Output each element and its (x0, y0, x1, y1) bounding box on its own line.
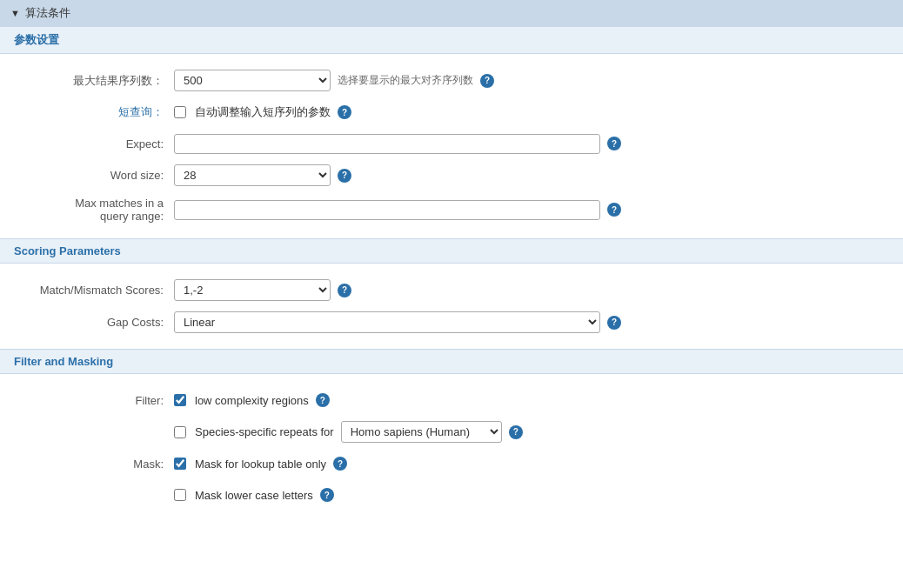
mask-lowercase-control: Mask lower case letters ? (174, 488, 334, 502)
mask-lookup-control: Mask for lookup table only ? (174, 457, 347, 471)
mask-lowercase-checkbox[interactable] (174, 489, 186, 501)
expect-row: Expect: 0.05 ? (0, 128, 903, 159)
max-matches-label: Max matches in a query range: (0, 197, 174, 223)
word-size-select[interactable]: 11 16 20 24 28 32 48 64 128 256 (174, 164, 331, 186)
expect-input[interactable]: 0.05 (174, 134, 600, 154)
params-section-header: 参数设置 (0, 26, 903, 54)
match-mismatch-select[interactable]: 1,-2 1,-3 1,-4 2,-3 4,-5 1,-1 (174, 279, 331, 301)
match-mismatch-label: Match/Mismatch Scores: (0, 284, 174, 297)
max-results-row: 最大结果序列数： 100 250 500 1000 5000 选择要显示的最大对… (0, 64, 903, 97)
expect-control: 0.05 ? (174, 134, 621, 154)
algorithm-bar-title: 算法条件 (25, 5, 70, 21)
expect-label: Expect: (0, 137, 174, 150)
low-complexity-checkbox-label[interactable]: low complexity regions (174, 394, 309, 407)
mask-lookup-row: Mask: Mask for lookup table only ? (0, 448, 903, 479)
scoring-section-content: Match/Mismatch Scores: 1,-2 1,-3 1,-4 2,… (0, 264, 903, 349)
word-size-help-icon[interactable]: ? (338, 169, 351, 183)
mask-lowercase-text: Mask lower case letters (195, 489, 313, 502)
match-mismatch-help-icon[interactable]: ? (338, 284, 351, 297)
short-query-checkbox[interactable] (174, 106, 186, 118)
max-results-help-icon[interactable]: ? (480, 74, 494, 88)
short-query-label: 短查询： (0, 104, 174, 120)
max-results-control: 100 250 500 1000 5000 选择要显示的最大对齐序列数 ? (174, 70, 494, 91)
collapse-arrow-icon: ▼ (10, 8, 20, 18)
filter-low-complexity-row: Filter: low complexity regions ? (0, 384, 903, 416)
species-select[interactable]: Homo sapiens (Human) Mus musculus (Mouse… (341, 421, 502, 443)
max-results-select[interactable]: 100 250 500 1000 5000 (174, 70, 331, 91)
mask-label: Mask: (0, 458, 174, 471)
filter-low-complexity-control: low complexity regions ? (174, 393, 330, 407)
max-matches-help-icon[interactable]: ? (607, 203, 621, 217)
params-section-content: 最大结果序列数： 100 250 500 1000 5000 选择要显示的最大对… (0, 54, 903, 238)
word-size-control: 11 16 20 24 28 32 48 64 128 256 ? (174, 164, 351, 186)
low-complexity-help-icon[interactable]: ? (316, 393, 330, 407)
gap-costs-label: Gap Costs: (0, 316, 174, 329)
mask-lookup-text: Mask for lookup table only (195, 458, 326, 471)
short-query-control: 自动调整输入短序列的参数 ? (174, 104, 351, 120)
max-matches-input[interactable]: 0 (174, 200, 600, 220)
short-query-checkbox-label[interactable]: 自动调整输入短序列的参数 (174, 104, 331, 120)
max-matches-control: 0 ? (174, 200, 621, 220)
species-repeats-checkbox-label[interactable]: Species-specific repeats for (174, 425, 334, 438)
mask-lowercase-row: Mask lower case letters ? (0, 479, 903, 511)
filter-section-content: Filter: low complexity regions ? Species… (0, 374, 903, 521)
gap-costs-select[interactable]: Linear Existence: 5 Extension: 2 Existen… (174, 311, 600, 333)
expect-help-icon[interactable]: ? (607, 137, 621, 150)
filter-label: Filter: (0, 394, 174, 407)
low-complexity-text: low complexity regions (195, 394, 309, 407)
species-repeats-control: Species-specific repeats for Homo sapien… (174, 421, 523, 443)
max-results-hint: 选择要显示的最大对齐序列数 (338, 73, 473, 88)
species-repeats-row: Species-specific repeats for Homo sapien… (0, 416, 903, 448)
mask-lookup-checkbox[interactable] (174, 458, 186, 470)
algorithm-bar[interactable]: ▼ 算法条件 (0, 0, 903, 26)
gap-costs-help-icon[interactable]: ? (607, 316, 621, 330)
mask-lookup-checkbox-label[interactable]: Mask for lookup table only (174, 458, 326, 471)
match-mismatch-control: 1,-2 1,-3 1,-4 2,-3 4,-5 1,-1 ? (174, 279, 351, 301)
filter-section-header: Filter and Masking (0, 349, 903, 374)
max-results-label: 最大结果序列数： (0, 73, 174, 89)
species-repeats-text: Species-specific repeats for (195, 425, 334, 438)
gap-costs-control: Linear Existence: 5 Extension: 2 Existen… (174, 311, 621, 333)
low-complexity-checkbox[interactable] (174, 394, 186, 406)
word-size-row: Word size: 11 16 20 24 28 32 48 64 128 2… (0, 159, 903, 191)
short-query-row: 短查询： 自动调整输入短序列的参数 ? (0, 97, 903, 128)
short-query-checkbox-text: 自动调整输入短序列的参数 (195, 104, 331, 120)
scoring-section-header: Scoring Parameters (0, 238, 903, 264)
species-repeats-checkbox[interactable] (174, 426, 186, 438)
word-size-label: Word size: (0, 169, 174, 182)
gap-costs-row: Gap Costs: Linear Existence: 5 Extension… (0, 306, 903, 338)
mask-lookup-help-icon[interactable]: ? (333, 457, 347, 471)
species-repeats-help-icon[interactable]: ? (509, 425, 523, 439)
mask-lowercase-help-icon[interactable]: ? (320, 488, 334, 502)
mask-lowercase-checkbox-label[interactable]: Mask lower case letters (174, 489, 313, 502)
max-matches-row: Max matches in a query range: 0 ? (0, 191, 903, 228)
short-query-help-icon[interactable]: ? (338, 105, 351, 119)
match-mismatch-row: Match/Mismatch Scores: 1,-2 1,-3 1,-4 2,… (0, 274, 903, 306)
